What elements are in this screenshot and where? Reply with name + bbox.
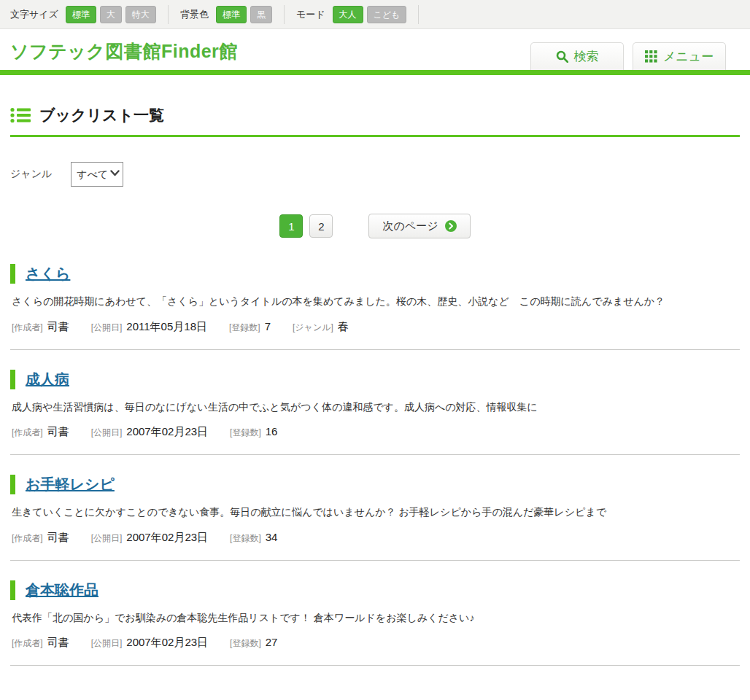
next-page-label: 次のページ: [382, 219, 438, 233]
book-list-link[interactable]: 成人病: [26, 370, 69, 389]
book-list: さくら さくらの開花時期にあわせて、「さくら」というタイトルの本を集めてみました…: [10, 244, 740, 666]
title-underline: [10, 135, 740, 137]
next-page-button[interactable]: 次のページ: [368, 214, 470, 238]
page-title: ブックリスト一覧: [39, 105, 164, 125]
book-list-meta: [作成者]司書[公開日]2007年02月23日[登録数]27: [12, 636, 740, 650]
meta-pair: [公開日]2007年02月23日: [91, 531, 208, 545]
meta-pair: [作成者]司書: [12, 320, 69, 334]
meta-label: [公開日]: [91, 532, 123, 545]
site-title: ソフテック図書館Finder館: [10, 39, 238, 63]
menu-button-label: メニュー: [663, 48, 714, 65]
book-list-description: 生きていくことに欠かすことのできない食事。毎日の献立に悩んではいませんか？ お手…: [12, 505, 740, 520]
title-accent-bar: [10, 264, 15, 284]
list-icon: [10, 107, 31, 123]
book-list-item: さくら さくらの開花時期にあわせて、「さくら」というタイトルの本を集めてみました…: [10, 244, 740, 350]
mode-group: モード 大人 こども: [285, 5, 419, 24]
meta-pair: [作成者]司書: [12, 531, 69, 545]
book-list-link[interactable]: 倉本聡作品: [26, 580, 98, 600]
menu-button[interactable]: メニュー: [633, 42, 726, 70]
book-list-item: お手軽レシピ 生きていくことに欠かすことのできない食事。毎日の献立に悩んではいま…: [10, 455, 740, 561]
title-accent-bar: [10, 475, 15, 494]
meta-label: [作成者]: [12, 532, 43, 545]
font-size-group: 文字サイズ 標準 大 特大: [10, 5, 169, 24]
meta-label: [登録数]: [230, 427, 261, 439]
book-list-meta: [作成者]司書[公開日]2011年05月18日[登録数]7[ジャンル]春: [12, 320, 740, 334]
meta-value: 司書: [47, 636, 69, 650]
mode-label: モード: [296, 8, 325, 21]
book-list-link[interactable]: さくら: [26, 264, 70, 284]
header-green-band: [0, 70, 750, 75]
mode-kids-button[interactable]: こども: [367, 6, 407, 23]
meta-label: [登録数]: [230, 637, 261, 650]
meta-value: 2007年02月23日: [126, 425, 208, 439]
book-list-description: 代表作「北の国から」でお馴染みの倉本聡先生作品リストです！ 倉本ワールドをお楽し…: [12, 611, 740, 626]
meta-value: 16: [266, 425, 278, 438]
meta-pair: [作成者]司書: [12, 425, 69, 439]
mode-adult-button[interactable]: 大人: [333, 6, 363, 23]
meta-value: 27: [266, 636, 278, 648]
meta-label: [公開日]: [91, 427, 123, 439]
meta-value: 34: [266, 531, 278, 543]
arrow-right-circle-icon: [445, 220, 457, 232]
title-accent-bar: [10, 580, 15, 600]
meta-pair: [公開日]2007年02月23日: [91, 425, 208, 439]
page-button-1[interactable]: 1: [279, 214, 303, 238]
meta-pair: [登録数]7: [229, 320, 271, 334]
meta-label: [登録数]: [229, 322, 260, 334]
meta-value: 司書: [47, 531, 69, 545]
accessibility-bar: 文字サイズ 標準 大 特大 背景色 標準 黒 モード 大人 こども: [0, 0, 750, 29]
font-size-standard-button[interactable]: 標準: [66, 6, 96, 23]
meta-pair: [登録数]34: [230, 531, 277, 545]
meta-pair: [公開日]2011年05月18日: [91, 320, 207, 334]
book-list-item: 成人病 成人病や生活習慣病は、毎日のなにげない生活の中でふと気がつく体の違和感で…: [10, 350, 740, 456]
meta-label: [作成者]: [12, 637, 43, 650]
font-size-label: 文字サイズ: [10, 8, 58, 21]
meta-pair: [登録数]27: [230, 636, 277, 650]
meta-value: 司書: [47, 425, 69, 439]
main-content: ブックリスト一覧 ジャンル すべて 1 2 次のページ さくら: [10, 105, 740, 666]
meta-value: 7: [265, 320, 271, 332]
meta-label: [作成者]: [12, 427, 43, 439]
meta-pair: [登録数]16: [230, 425, 277, 439]
book-list-meta: [作成者]司書[公開日]2007年02月23日[登録数]16: [12, 425, 740, 439]
meta-value: 春: [338, 320, 349, 334]
book-list-link[interactable]: お手軽レシピ: [26, 475, 115, 494]
meta-value: 司書: [47, 320, 69, 334]
meta-pair: [公開日]2007年02月23日: [91, 636, 208, 650]
background-color-label: 背景色: [180, 8, 209, 21]
meta-pair: [作成者]司書: [12, 636, 69, 650]
meta-value: 2007年02月23日: [126, 531, 208, 545]
meta-label: [公開日]: [91, 322, 123, 334]
genre-select[interactable]: すべて: [71, 162, 123, 187]
book-list-description: 成人病や生活習慣病は、毎日のなにげない生活の中でふと気がつく体の違和感です。成人…: [12, 400, 740, 415]
meta-value: 2007年02月23日: [126, 636, 208, 650]
meta-pair: [ジャンル]春: [293, 320, 349, 334]
genre-label: ジャンル: [10, 168, 52, 181]
pagination: 1 2 次のページ: [10, 214, 740, 238]
meta-label: [ジャンル]: [293, 322, 333, 334]
page-button-2[interactable]: 2: [309, 214, 333, 238]
font-size-xlarge-button[interactable]: 特大: [125, 6, 156, 23]
search-button-label: 検索: [574, 48, 599, 65]
search-button[interactable]: 検索: [530, 42, 624, 70]
book-list-description: さくらの開花時期にあわせて、「さくら」というタイトルの本を集めてみました。桜の木…: [12, 295, 740, 309]
book-list-item: 倉本聡作品 代表作「北の国から」でお馴染みの倉本聡先生作品リストです！ 倉本ワー…: [10, 561, 740, 666]
meta-label: [作成者]: [12, 322, 43, 334]
font-size-large-button[interactable]: 大: [100, 6, 122, 23]
meta-label: [登録数]: [230, 532, 261, 545]
title-accent-bar: [10, 370, 15, 389]
site-header: ソフテック図書館Finder館 検索 メニュー: [0, 29, 750, 75]
bg-standard-button[interactable]: 標準: [216, 6, 247, 23]
meta-label: [公開日]: [91, 637, 123, 650]
search-icon: [556, 50, 568, 63]
book-list-meta: [作成者]司書[公開日]2007年02月23日[登録数]34: [12, 531, 740, 545]
menu-grid-icon: [645, 50, 657, 63]
meta-value: 2011年05月18日: [126, 320, 207, 334]
bg-black-button[interactable]: 黒: [250, 6, 272, 23]
background-color-group: 背景色 標準 黒: [169, 5, 285, 24]
